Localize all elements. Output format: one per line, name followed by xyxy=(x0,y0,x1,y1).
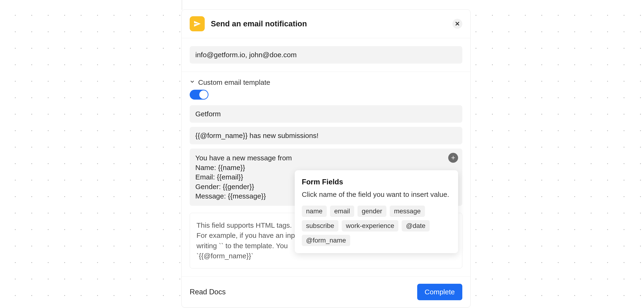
field-tag-message[interactable]: message xyxy=(390,206,425,217)
field-tag-work-experience[interactable]: work-experience xyxy=(342,220,398,231)
from-name-input[interactable] xyxy=(190,105,462,123)
subject-input[interactable] xyxy=(190,127,462,144)
form-fields-popover: Form Fields Click name of the field you … xyxy=(295,170,458,253)
plus-icon: + xyxy=(451,154,455,162)
field-tag-email[interactable]: email xyxy=(330,206,354,217)
connector-line xyxy=(182,0,182,10)
close-button[interactable]: ✕ xyxy=(452,19,462,29)
complete-button[interactable]: Complete xyxy=(417,284,462,300)
close-icon: ✕ xyxy=(455,20,460,28)
recipients-section xyxy=(182,38,470,72)
field-tag-form-name[interactable]: @form_name xyxy=(302,235,350,246)
read-docs-link[interactable]: Read Docs xyxy=(190,288,226,296)
field-tag-gender[interactable]: gender xyxy=(358,206,386,217)
field-tag-name[interactable]: name xyxy=(302,206,327,217)
custom-template-toggle[interactable] xyxy=(190,90,208,100)
insert-field-button[interactable]: + xyxy=(448,153,458,163)
field-tag-subscribe[interactable]: subscribe xyxy=(302,220,338,231)
field-tag-date[interactable]: @date xyxy=(402,220,430,231)
popover-title: Form Fields xyxy=(302,178,451,186)
field-tag-list: nameemailgendermessagesubscribework-expe… xyxy=(302,206,451,246)
modal-title: Send an email notification xyxy=(211,19,307,28)
chevron-down-icon xyxy=(190,79,195,86)
modal-header: Send an email notification ✕ xyxy=(182,10,470,38)
collapse-toggle-row[interactable]: Custom email template xyxy=(190,78,462,86)
toggle-knob xyxy=(199,90,208,99)
collapse-label: Custom email template xyxy=(198,78,270,86)
recipients-input[interactable] xyxy=(190,46,462,64)
popover-description: Click name of the field you want to inse… xyxy=(302,190,451,199)
send-icon xyxy=(190,16,205,31)
email-notification-modal: Send an email notification ✕ Custom emai… xyxy=(182,10,470,307)
modal-footer: Read Docs Complete xyxy=(182,277,470,307)
